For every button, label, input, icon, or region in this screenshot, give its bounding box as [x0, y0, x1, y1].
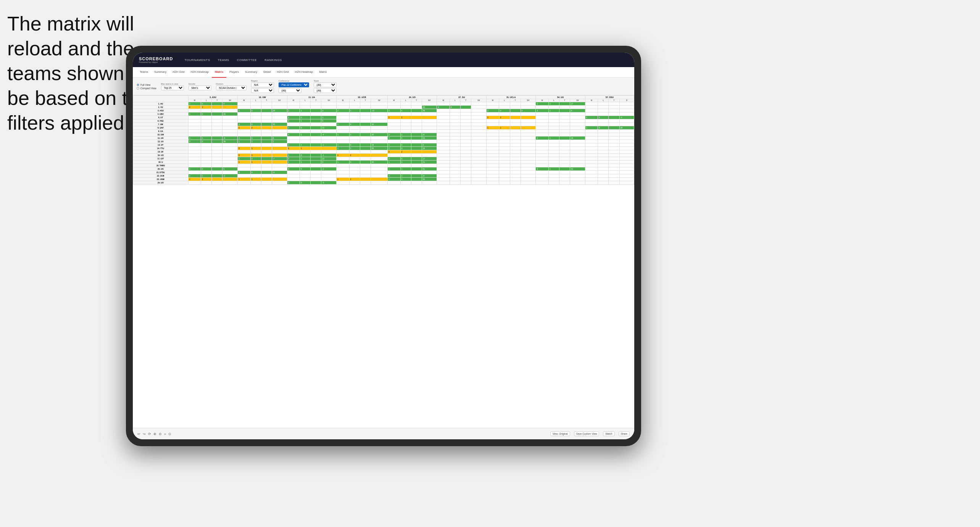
matrix-cell: 1 [250, 140, 261, 143]
sh-uo-w: W [388, 99, 400, 102]
matrix-cell: 0 [400, 137, 411, 140]
matrix-cell: 1 [201, 137, 212, 140]
redo-icon[interactable]: ↪ [143, 432, 146, 436]
subnav-h2h-grid[interactable]: H2H Grid [169, 67, 187, 78]
radio-full-view[interactable]: Full View [137, 84, 156, 86]
matrix-cell [222, 133, 238, 137]
matrix-cell [222, 171, 238, 174]
subnav-teams[interactable]: Teams [137, 67, 151, 78]
share-btn[interactable]: Share [619, 431, 630, 436]
matrix-cell [311, 161, 321, 164]
radio-compact-view[interactable]: Compact View [137, 87, 156, 90]
subnav-matrix2[interactable]: Matrix [316, 67, 330, 78]
subnav-detail[interactable]: Detail [260, 67, 274, 78]
matrix-cell: 32 [371, 123, 387, 126]
matrix-cell [222, 109, 238, 112]
save-custom-btn[interactable]: Save Custom View [574, 431, 600, 436]
watch-btn[interactable]: Watch [603, 431, 614, 436]
matrix-cell [337, 116, 349, 119]
refresh-icon[interactable]: ⟳ [148, 432, 151, 436]
matrix-cell [360, 157, 371, 161]
matrix-cell [212, 167, 222, 171]
conference-select2[interactable]: (All) [279, 88, 301, 93]
nav-item-rankings[interactable]: RANKINGS [261, 53, 286, 67]
matrix-cell [486, 133, 499, 137]
matrix-cell [201, 143, 212, 147]
nav-item-tournaments[interactable]: TOURNAMENTS [181, 53, 214, 67]
matrix-cell: 3 [321, 116, 337, 119]
matrix-cell [609, 181, 619, 185]
matrix-cell: 2 [388, 147, 400, 150]
matrix-cell: 2 [250, 126, 261, 130]
matrix-cell [261, 102, 272, 106]
team-select[interactable]: (All) [314, 82, 337, 87]
matrix-cell [548, 130, 559, 133]
col-header-uw: 10. UW [238, 96, 287, 99]
matrix-cell [311, 112, 321, 116]
matrix-cell [548, 119, 559, 123]
matrix-cell [287, 171, 300, 174]
matrix-cell [598, 157, 609, 161]
matrix-cell [548, 181, 559, 185]
matrix-cell [222, 123, 238, 126]
matrix-cell: 1 [337, 133, 349, 137]
matrix-cell [536, 116, 548, 119]
matrix-cell [371, 164, 387, 167]
matrix-cell [499, 106, 510, 109]
matrix-cell [388, 164, 400, 167]
matrix-cell [360, 178, 371, 181]
matrix-cell: 2 [188, 167, 201, 171]
matrix-cell [337, 137, 349, 140]
gender-select[interactable]: Men's [189, 85, 211, 90]
matrix-cell [598, 102, 609, 106]
matrix-cell [321, 106, 337, 109]
division-select[interactable]: NCAA Division I [216, 85, 247, 90]
matrix-area[interactable]: 3. ASU 10. UW 11. UA 22. UCB 24. UO 27. … [133, 95, 634, 428]
matrix-cell [201, 133, 212, 137]
matrix-cell [609, 116, 619, 119]
conference-select[interactable]: Pac-12 Conference [279, 82, 309, 87]
table-row: 7. UM30351032 [133, 123, 634, 126]
undo-icon[interactable]: ↩ [137, 432, 140, 436]
matrix-cell: 0 [250, 123, 261, 126]
subnav-h2h-heatmap[interactable]: H2H Heatmap [187, 67, 212, 78]
matrix-cell [212, 119, 222, 123]
matrix-cell [461, 109, 471, 112]
subnav-summary[interactable]: Summary [151, 67, 169, 78]
matrix-cell: 1 [400, 174, 411, 178]
zoom-out-icon[interactable]: ⊖ [159, 432, 162, 436]
matrix-cell [212, 171, 222, 174]
subnav-matrix[interactable]: Matrix [212, 67, 226, 78]
matrix-cell [272, 154, 287, 157]
zoom-in-icon[interactable]: ⊕ [153, 432, 156, 436]
nav-item-teams[interactable]: TEAMS [214, 53, 233, 67]
view-original-btn[interactable]: View: Original [550, 431, 570, 436]
matrix-cell [400, 164, 411, 167]
matrix-cell [188, 133, 201, 137]
matrix-cell [422, 116, 437, 119]
fit-icon[interactable]: = [164, 432, 166, 436]
matrix-cell [559, 171, 570, 174]
sh-su-d: Dif [471, 99, 487, 102]
subnav-summary2[interactable]: Summary [242, 67, 260, 78]
matrix-cell [411, 143, 422, 147]
matrix-cell [559, 150, 570, 154]
matrix-cell: 1 [272, 140, 287, 143]
max-teams-select[interactable]: Top 25 [161, 85, 184, 90]
matrix-cell [499, 178, 510, 181]
matrix-cell [619, 119, 634, 123]
subnav-players[interactable]: Players [226, 67, 242, 78]
subnav-h2h-grid2[interactable]: H2H Grid [274, 67, 292, 78]
subnav-h2h-heatmap2[interactable]: H2H Heatmap [292, 67, 316, 78]
nav-item-committee[interactable]: COMMITTEE [233, 53, 261, 67]
team-filter: Team (All) (All) [314, 80, 337, 93]
region-select2[interactable]: N/A [251, 88, 274, 93]
matrix-cell [238, 133, 250, 137]
matrix-cell [300, 178, 311, 181]
matrix-cell [422, 171, 437, 174]
team-select2[interactable]: (All) [314, 88, 337, 93]
gender-label: Gender [189, 83, 211, 85]
target-icon[interactable]: ⊙ [168, 432, 171, 436]
matrix-cell: 31 [422, 167, 437, 171]
region-select[interactable]: N/A [251, 82, 274, 87]
